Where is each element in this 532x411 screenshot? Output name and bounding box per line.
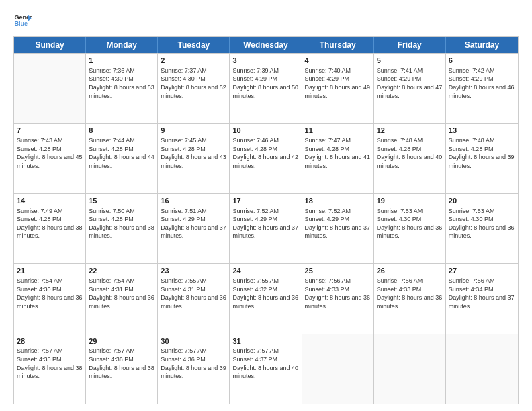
day-number: 19 xyxy=(377,196,443,206)
header: General Blue xyxy=(13,11,519,30)
calendar-week-5: 28Sunrise: 7:57 AM Sunset: 4:35 PM Dayli… xyxy=(14,334,518,404)
cell-info: Sunrise: 7:48 AM Sunset: 4:28 PM Dayligh… xyxy=(449,136,515,170)
calendar-cell: 26Sunrise: 7:56 AM Sunset: 4:33 PM Dayli… xyxy=(374,264,446,333)
cell-info: Sunrise: 7:51 AM Sunset: 4:29 PM Dayligh… xyxy=(161,207,226,240)
calendar: SundayMondayTuesdayWednesdayThursdayFrid… xyxy=(13,36,519,404)
day-number: 9 xyxy=(161,126,226,136)
day-number: 28 xyxy=(17,336,83,347)
cell-info: Sunrise: 7:50 AM Sunset: 4:28 PM Dayligh… xyxy=(89,207,154,240)
cell-info: Sunrise: 7:54 AM Sunset: 4:31 PM Dayligh… xyxy=(89,277,154,310)
cell-info: Sunrise: 7:53 AM Sunset: 4:30 PM Dayligh… xyxy=(377,207,443,240)
day-header-wednesday: Wednesday xyxy=(230,37,302,53)
day-number: 24 xyxy=(232,266,298,276)
calendar-week-3: 14Sunrise: 7:49 AM Sunset: 4:28 PM Dayli… xyxy=(14,193,518,263)
day-number: 14 xyxy=(17,196,83,206)
calendar-body: 1Sunrise: 7:36 AM Sunset: 4:30 PM Daylig… xyxy=(14,53,518,404)
day-number: 25 xyxy=(305,266,371,276)
cell-info: Sunrise: 7:54 AM Sunset: 4:30 PM Dayligh… xyxy=(17,277,83,310)
day-number: 5 xyxy=(377,56,443,66)
calendar-cell: 10Sunrise: 7:46 AM Sunset: 4:28 PM Dayli… xyxy=(230,124,302,193)
calendar-cell: 9Sunrise: 7:45 AM Sunset: 4:28 PM Daylig… xyxy=(158,124,230,193)
calendar-cell: 29Sunrise: 7:57 AM Sunset: 4:36 PM Dayli… xyxy=(86,334,158,404)
day-number: 3 xyxy=(232,56,298,66)
day-header-friday: Friday xyxy=(374,37,446,53)
day-header-tuesday: Tuesday xyxy=(158,37,230,53)
calendar-cell: 3Sunrise: 7:39 AM Sunset: 4:29 PM Daylig… xyxy=(230,54,302,123)
day-number: 7 xyxy=(17,126,83,136)
calendar-cell: 14Sunrise: 7:49 AM Sunset: 4:28 PM Dayli… xyxy=(14,194,86,263)
calendar-week-2: 7Sunrise: 7:43 AM Sunset: 4:28 PM Daylig… xyxy=(14,123,518,193)
cell-info: Sunrise: 7:56 AM Sunset: 4:33 PM Dayligh… xyxy=(377,277,443,310)
day-number: 30 xyxy=(161,336,226,347)
calendar-cell: 21Sunrise: 7:54 AM Sunset: 4:30 PM Dayli… xyxy=(14,264,86,333)
calendar-cell: 6Sunrise: 7:42 AM Sunset: 4:29 PM Daylig… xyxy=(446,54,518,123)
cell-info: Sunrise: 7:40 AM Sunset: 4:29 PM Dayligh… xyxy=(305,66,371,100)
cell-info: Sunrise: 7:45 AM Sunset: 4:28 PM Dayligh… xyxy=(161,136,226,170)
cell-info: Sunrise: 7:39 AM Sunset: 4:29 PM Dayligh… xyxy=(232,66,298,100)
cell-info: Sunrise: 7:57 AM Sunset: 4:37 PM Dayligh… xyxy=(232,347,298,380)
calendar-cell: 12Sunrise: 7:48 AM Sunset: 4:28 PM Dayli… xyxy=(374,124,446,193)
calendar-cell: 1Sunrise: 7:36 AM Sunset: 4:30 PM Daylig… xyxy=(86,54,158,123)
cell-info: Sunrise: 7:57 AM Sunset: 4:36 PM Dayligh… xyxy=(89,347,154,380)
day-number: 29 xyxy=(89,336,154,347)
cell-info: Sunrise: 7:56 AM Sunset: 4:33 PM Dayligh… xyxy=(305,277,371,310)
calendar-cell: 15Sunrise: 7:50 AM Sunset: 4:28 PM Dayli… xyxy=(86,194,158,263)
day-number: 21 xyxy=(17,266,83,276)
calendar-cell xyxy=(14,54,86,123)
calendar-cell: 4Sunrise: 7:40 AM Sunset: 4:29 PM Daylig… xyxy=(302,54,374,123)
day-number: 2 xyxy=(161,56,226,66)
calendar-cell xyxy=(446,334,518,404)
cell-info: Sunrise: 7:44 AM Sunset: 4:28 PM Dayligh… xyxy=(89,136,154,170)
day-number: 22 xyxy=(89,266,154,276)
cell-info: Sunrise: 7:57 AM Sunset: 4:36 PM Dayligh… xyxy=(161,347,226,380)
day-number: 13 xyxy=(449,126,515,136)
calendar-cell: 24Sunrise: 7:55 AM Sunset: 4:32 PM Dayli… xyxy=(230,264,302,333)
cell-info: Sunrise: 7:42 AM Sunset: 4:29 PM Dayligh… xyxy=(449,66,515,100)
day-number: 23 xyxy=(161,266,226,276)
calendar-cell xyxy=(302,334,374,404)
day-header-saturday: Saturday xyxy=(446,37,518,53)
calendar-cell: 28Sunrise: 7:57 AM Sunset: 4:35 PM Dayli… xyxy=(14,334,86,404)
day-header-thursday: Thursday xyxy=(302,37,374,53)
day-number: 27 xyxy=(449,266,515,276)
calendar-cell: 18Sunrise: 7:52 AM Sunset: 4:29 PM Dayli… xyxy=(302,194,374,263)
cell-info: Sunrise: 7:41 AM Sunset: 4:29 PM Dayligh… xyxy=(377,66,443,100)
cell-info: Sunrise: 7:46 AM Sunset: 4:28 PM Dayligh… xyxy=(232,136,298,170)
cell-info: Sunrise: 7:53 AM Sunset: 4:30 PM Dayligh… xyxy=(449,207,515,240)
calendar-week-4: 21Sunrise: 7:54 AM Sunset: 4:30 PM Dayli… xyxy=(14,263,518,333)
cell-info: Sunrise: 7:48 AM Sunset: 4:28 PM Dayligh… xyxy=(377,136,443,170)
day-number: 1 xyxy=(89,56,154,66)
day-number: 16 xyxy=(161,196,226,206)
cell-info: Sunrise: 7:57 AM Sunset: 4:35 PM Dayligh… xyxy=(17,347,83,380)
cell-info: Sunrise: 7:37 AM Sunset: 4:30 PM Dayligh… xyxy=(161,66,226,100)
day-header-sunday: Sunday xyxy=(14,37,86,53)
logo-icon: General Blue xyxy=(13,11,32,30)
day-number: 15 xyxy=(89,196,154,206)
cell-info: Sunrise: 7:52 AM Sunset: 4:29 PM Dayligh… xyxy=(232,207,298,240)
page: General Blue SundayMondayTuesdayWednesda… xyxy=(0,0,532,411)
calendar-cell: 27Sunrise: 7:56 AM Sunset: 4:34 PM Dayli… xyxy=(446,264,518,333)
cell-info: Sunrise: 7:43 AM Sunset: 4:28 PM Dayligh… xyxy=(17,136,83,170)
calendar-cell: 13Sunrise: 7:48 AM Sunset: 4:28 PM Dayli… xyxy=(446,124,518,193)
calendar-header: SundayMondayTuesdayWednesdayThursdayFrid… xyxy=(14,37,518,53)
day-number: 17 xyxy=(232,196,298,206)
calendar-cell: 30Sunrise: 7:57 AM Sunset: 4:36 PM Dayli… xyxy=(158,334,230,404)
calendar-cell: 20Sunrise: 7:53 AM Sunset: 4:30 PM Dayli… xyxy=(446,194,518,263)
svg-text:Blue: Blue xyxy=(14,20,28,27)
day-number: 11 xyxy=(305,126,371,136)
calendar-cell: 25Sunrise: 7:56 AM Sunset: 4:33 PM Dayli… xyxy=(302,264,374,333)
cell-info: Sunrise: 7:47 AM Sunset: 4:28 PM Dayligh… xyxy=(305,136,371,170)
calendar-cell: 7Sunrise: 7:43 AM Sunset: 4:28 PM Daylig… xyxy=(14,124,86,193)
calendar-cell: 31Sunrise: 7:57 AM Sunset: 4:37 PM Dayli… xyxy=(230,334,302,404)
day-number: 8 xyxy=(89,126,154,136)
calendar-cell: 19Sunrise: 7:53 AM Sunset: 4:30 PM Dayli… xyxy=(374,194,446,263)
calendar-cell xyxy=(374,334,446,404)
cell-info: Sunrise: 7:56 AM Sunset: 4:34 PM Dayligh… xyxy=(449,277,515,310)
cell-info: Sunrise: 7:55 AM Sunset: 4:32 PM Dayligh… xyxy=(232,277,298,310)
cell-info: Sunrise: 7:49 AM Sunset: 4:28 PM Dayligh… xyxy=(17,207,83,240)
logo: General Blue xyxy=(13,11,32,30)
calendar-cell: 22Sunrise: 7:54 AM Sunset: 4:31 PM Dayli… xyxy=(86,264,158,333)
calendar-cell: 8Sunrise: 7:44 AM Sunset: 4:28 PM Daylig… xyxy=(86,124,158,193)
calendar-cell: 11Sunrise: 7:47 AM Sunset: 4:28 PM Dayli… xyxy=(302,124,374,193)
calendar-cell: 5Sunrise: 7:41 AM Sunset: 4:29 PM Daylig… xyxy=(374,54,446,123)
